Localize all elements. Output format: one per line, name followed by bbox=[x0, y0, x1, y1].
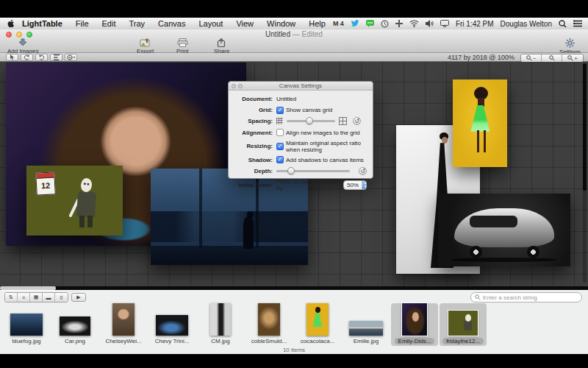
sort-name-button[interactable]: ≡ bbox=[18, 293, 30, 302]
align-grid-text: Align new images to the grid bbox=[286, 130, 360, 136]
initial-scale-stepper[interactable]: 50% ▲▼ bbox=[343, 180, 367, 190]
menu-file[interactable]: File bbox=[69, 19, 96, 28]
dialog-title: Canvas Settings bbox=[229, 82, 373, 89]
thumbnail-car[interactable]: Car.png bbox=[51, 303, 98, 346]
depth-slider[interactable] bbox=[276, 170, 350, 172]
display-icon[interactable] bbox=[440, 20, 449, 27]
print-icon bbox=[177, 38, 188, 47]
menuextra-m4[interactable]: M 4 bbox=[333, 20, 344, 27]
list-view-button[interactable]: ▬ bbox=[43, 293, 55, 302]
window-titlebar: Untitled — Edited Add Images Export Prin… bbox=[0, 29, 588, 53]
canvas-dimensions: 4117 by 2018 @ 100% bbox=[448, 54, 514, 61]
menu-window[interactable]: Window bbox=[260, 19, 302, 28]
thumbnail-friday[interactable]: fridaythe12... bbox=[440, 303, 487, 346]
menubar-clock[interactable]: Fri 1:42 PM bbox=[456, 20, 494, 28]
item-count-status: 10 items bbox=[0, 347, 588, 353]
tray-search-field[interactable] bbox=[470, 292, 582, 302]
green-dress-figure bbox=[470, 105, 490, 132]
spacing-slider-thumb[interactable] bbox=[306, 117, 313, 124]
menu-view[interactable]: View bbox=[229, 19, 260, 28]
thumbnail-label: bluefog.jpg bbox=[12, 338, 40, 344]
document-label: Document: bbox=[230, 96, 273, 102]
thumbnail-label: cobleSmuld... bbox=[251, 338, 287, 344]
thumbnail-coble[interactable]: cobleSmuld... bbox=[245, 303, 293, 346]
thumbnail-chevy[interactable]: Chevy Trini... bbox=[148, 303, 196, 346]
rotate-ccw-button[interactable] bbox=[21, 54, 33, 61]
align-grid-checkbox[interactable]: ✓ bbox=[276, 129, 284, 136]
canvas-photo-car[interactable] bbox=[438, 194, 570, 266]
share-button[interactable]: Share bbox=[214, 38, 229, 54]
align-tool-button[interactable] bbox=[50, 54, 62, 61]
document-value: Untitled bbox=[276, 96, 296, 102]
grid-view-button[interactable]: ▦ bbox=[30, 293, 43, 302]
spacing-label: Spacing: bbox=[230, 118, 273, 124]
thumbnail-label: ChelseyWei... bbox=[105, 338, 141, 344]
volume-icon[interactable] bbox=[426, 20, 434, 27]
depth-reset-button[interactable]: ↺ bbox=[359, 167, 367, 175]
rotate-cw-button[interactable] bbox=[35, 54, 48, 61]
canvas-photo-fridaythe12[interactable]: 12 bbox=[26, 166, 123, 236]
grid-small-icon bbox=[276, 118, 283, 124]
vertical-scrollbar-thumb[interactable] bbox=[583, 63, 587, 191]
show-grid-text: Show canvas grid bbox=[286, 107, 332, 113]
search-icon bbox=[475, 294, 481, 300]
thumbnail-emily[interactable]: Emily-Dids... bbox=[391, 303, 438, 346]
thumbnail-image bbox=[112, 303, 135, 336]
menu-canvas[interactable]: Canvas bbox=[151, 19, 192, 28]
tray-segmented-control: ⇅ ≡ ▦ ▬ 0 bbox=[4, 292, 68, 302]
menu-bar: LightTable File Edit Tray Canvas Layout … bbox=[0, 18, 588, 30]
spacing-slider[interactable] bbox=[287, 120, 335, 122]
actions-menu-button[interactable] bbox=[65, 54, 77, 61]
thumbnail-image bbox=[306, 303, 329, 336]
slideshow-play-button[interactable]: ▶ bbox=[71, 293, 86, 302]
spotlight-icon[interactable] bbox=[559, 20, 567, 28]
pointer-tool-button[interactable] bbox=[6, 54, 18, 61]
print-button[interactable]: Print bbox=[176, 38, 188, 54]
export-button[interactable]: Export bbox=[137, 38, 154, 54]
thumbnail-chelsey[interactable]: ChelseyWei... bbox=[100, 303, 147, 346]
menubar-user[interactable]: Douglas Welton bbox=[501, 20, 552, 28]
thumbnail-cm[interactable]: CM.jpg bbox=[197, 303, 244, 346]
zoom-in-button[interactable]: + bbox=[562, 54, 583, 62]
menu-layout[interactable]: Layout bbox=[192, 19, 229, 28]
menu-lighttable[interactable]: LightTable bbox=[15, 19, 69, 28]
depth-slider-thumb[interactable] bbox=[287, 167, 295, 174]
aspect-ratio-checkbox[interactable]: ✓ bbox=[276, 143, 284, 150]
thumbnail-cocacola[interactable]: cocacolaca... bbox=[294, 303, 341, 346]
show-grid-checkbox[interactable]: ✓ bbox=[276, 107, 284, 114]
thumbnail-bluefog[interactable]: bluefog.jpg bbox=[3, 303, 50, 346]
canvas-photo-cocacola[interactable] bbox=[453, 79, 507, 167]
canvas-settings-dialog: Canvas Settings Document: Untitled Grid:… bbox=[228, 81, 373, 179]
menu-edit[interactable]: Edit bbox=[96, 19, 123, 28]
menu-help[interactable]: Help bbox=[302, 19, 332, 28]
spacing-reset-button[interactable]: ↺ bbox=[353, 117, 361, 125]
search-input[interactable] bbox=[483, 294, 578, 301]
stepper-arrows-icon[interactable]: ▲▼ bbox=[362, 181, 367, 189]
canvas-tools bbox=[6, 54, 77, 61]
thumbnail-label: cocacolaca... bbox=[301, 338, 335, 344]
messages-icon[interactable] bbox=[366, 20, 374, 27]
twitter-icon[interactable] bbox=[351, 20, 359, 27]
apple-menu-icon[interactable] bbox=[7, 19, 15, 28]
share-icon bbox=[217, 38, 227, 47]
sort-order-button[interactable]: ⇅ bbox=[5, 293, 18, 302]
keyboard-icon[interactable] bbox=[395, 20, 403, 27]
thumbnail-image bbox=[60, 316, 90, 336]
vertical-scrollbar[interactable] bbox=[583, 63, 587, 283]
calendar-day: 12 bbox=[37, 177, 55, 194]
dialog-titlebar[interactable]: Canvas Settings bbox=[229, 82, 373, 91]
add-images-button[interactable]: Add Images bbox=[7, 38, 39, 54]
zoom-out-button[interactable]: − bbox=[521, 54, 542, 62]
thumbnail-image bbox=[349, 321, 383, 336]
menu-tray[interactable]: Tray bbox=[123, 19, 152, 28]
shadows-checkbox[interactable]: ✓ bbox=[276, 156, 284, 163]
add-images-icon bbox=[17, 38, 29, 47]
thumbnail-emilie[interactable]: Emilie.jpg bbox=[343, 303, 390, 346]
tray-thumbnails: bluefog.jpg Car.png ChelseyWei... Chevy … bbox=[3, 303, 487, 346]
time-machine-icon[interactable] bbox=[381, 20, 389, 28]
zoom-actual-button[interactable] bbox=[542, 54, 562, 62]
jason-body bbox=[76, 191, 96, 218]
counter-badge-button[interactable]: 0 bbox=[55, 293, 68, 302]
wifi-icon[interactable] bbox=[409, 20, 419, 27]
notification-center-icon[interactable] bbox=[573, 20, 582, 27]
